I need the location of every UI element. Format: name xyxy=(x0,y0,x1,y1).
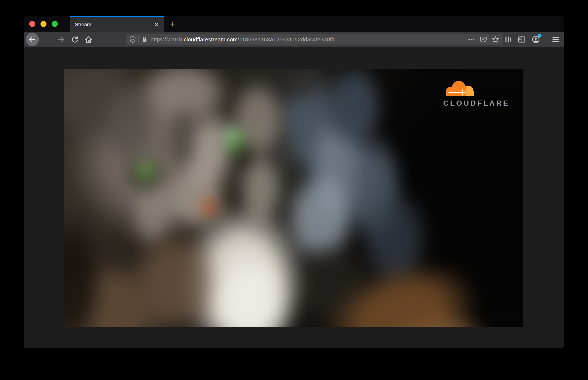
page-actions-icon[interactable] xyxy=(467,36,475,43)
video-still-cat xyxy=(64,69,523,327)
cloudflare-cloud-icon xyxy=(440,80,476,97)
home-icon xyxy=(85,35,93,44)
url-actions xyxy=(467,36,500,43)
url-text[interactable]: https://watch.cloudflarestream.com/11859… xyxy=(151,36,465,43)
toolbar-right-icons xyxy=(503,32,560,47)
toolbar-separator xyxy=(546,35,546,44)
video-blob xyxy=(225,126,238,142)
reload-button[interactable] xyxy=(68,33,82,46)
page-content: CLOUDFLARE’ xyxy=(24,47,564,348)
back-arrow-icon xyxy=(28,36,36,43)
tab-stream[interactable]: Stream ✕ xyxy=(70,16,164,32)
account-icon[interactable] xyxy=(532,35,540,44)
video-blob xyxy=(100,81,156,167)
library-icon[interactable] xyxy=(503,35,512,44)
tab-title: Stream xyxy=(75,21,153,28)
tab-bar: Stream ✕ + xyxy=(24,16,564,32)
url-domain: cloudflarestream.com xyxy=(184,36,238,43)
traffic-lights xyxy=(29,16,58,32)
browser-window: Stream ✕ + xyxy=(24,16,564,348)
window-close-button[interactable] xyxy=(29,21,35,27)
trademark-mark: ’ xyxy=(510,97,510,100)
menu-icon[interactable] xyxy=(551,35,560,44)
back-button[interactable] xyxy=(26,33,39,46)
urlbar-divider xyxy=(138,36,138,43)
video-player[interactable]: CLOUDFLARE’ xyxy=(64,69,523,327)
bookmark-star-icon[interactable] xyxy=(491,36,500,43)
navigation-toolbar: https://watch.cloudflarestream.com/11859… xyxy=(24,32,564,47)
account-notification-dot xyxy=(538,34,541,38)
reload-icon xyxy=(71,36,79,43)
url-path: /118598a163a125631152ddaccfe3a0fb xyxy=(238,36,335,43)
video-blob xyxy=(139,162,150,175)
tracking-protection-shield-icon[interactable] xyxy=(129,36,136,43)
window-zoom-button[interactable] xyxy=(52,21,58,27)
sidebar-icon[interactable] xyxy=(518,35,526,44)
video-blob xyxy=(169,101,198,178)
url-bar[interactable]: https://watch.cloudflarestream.com/11859… xyxy=(126,34,502,45)
pocket-icon[interactable] xyxy=(480,36,487,43)
lock-icon[interactable] xyxy=(141,36,148,43)
forward-arrow-icon xyxy=(57,36,65,43)
tab-close-icon[interactable]: ✕ xyxy=(153,21,160,28)
home-button[interactable] xyxy=(82,33,96,46)
url-scheme: https://watch. xyxy=(151,36,184,43)
new-tab-button[interactable]: + xyxy=(166,16,178,32)
video-blob xyxy=(232,142,257,172)
window-minimize-button[interactable] xyxy=(40,21,47,27)
forward-button[interactable] xyxy=(54,33,68,46)
cloudflare-logo: CLOUDFLARE’ xyxy=(440,80,510,107)
cloudflare-wordmark: CLOUDFLARE’ xyxy=(440,97,510,107)
